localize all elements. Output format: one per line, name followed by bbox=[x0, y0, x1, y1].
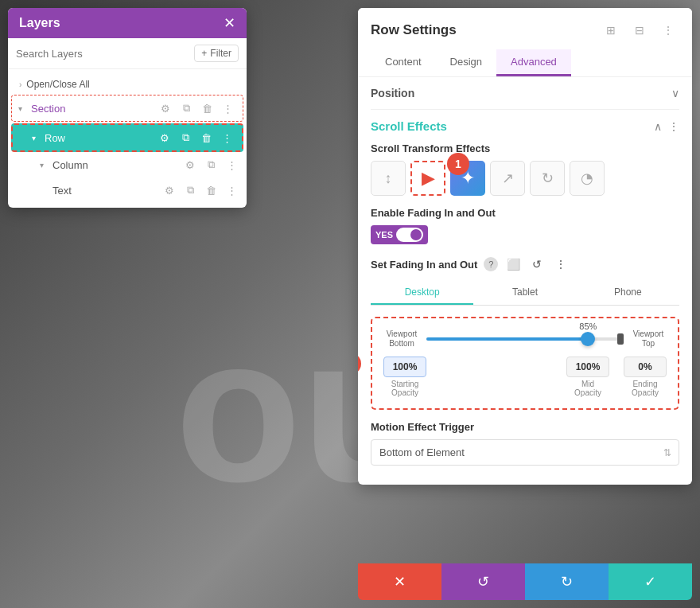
layers-title: Layers bbox=[19, 16, 60, 30]
layers-search-input[interactable] bbox=[16, 48, 188, 60]
scroll-effects-header: Scroll Effects ∧ ⋮ bbox=[371, 119, 679, 133]
device-tab-desktop[interactable]: Desktop bbox=[371, 281, 473, 305]
section-layer-icons: ⚙ ⧉ 🗑 ⋮ bbox=[157, 99, 236, 117]
set-fading-help-icon[interactable]: ? bbox=[484, 257, 498, 271]
ending-opacity-label: EndingOpacity bbox=[632, 380, 659, 397]
layers-close-button[interactable]: ✕ bbox=[224, 16, 235, 30]
scroll-effects-actions: ∧ ⋮ bbox=[654, 120, 679, 133]
redo-icon: ↻ bbox=[561, 573, 573, 590]
row-duplicate-icon[interactable]: ⧉ bbox=[177, 129, 194, 146]
confirm-button[interactable]: ✓ bbox=[609, 563, 692, 600]
step-2-badge: 2 bbox=[358, 353, 361, 375]
open-close-all-button[interactable]: › Open/Close All bbox=[8, 74, 247, 95]
opacity-transform-btn[interactable]: ◔ bbox=[570, 161, 605, 196]
starting-opacity-label: StartingOpacity bbox=[391, 380, 418, 397]
open-close-all-label: Open/Close All bbox=[26, 79, 89, 90]
row-settings-tabs: Content Design Advanced bbox=[371, 49, 679, 76]
section-duplicate-icon[interactable]: ⧉ bbox=[177, 99, 195, 117]
scroll-effects-more-icon[interactable]: ⋮ bbox=[668, 120, 679, 133]
horizontal-transform-icon: ▶ bbox=[422, 168, 435, 189]
filter-button[interactable]: + Filter bbox=[194, 45, 239, 62]
column-layer-icons: ⚙ ⧉ ⋮ bbox=[181, 156, 240, 173]
redo-button[interactable]: ↻ bbox=[525, 563, 609, 600]
row-layer-icons: ⚙ ⧉ 🗑 ⋮ bbox=[156, 129, 235, 146]
text-duplicate-icon[interactable]: ⧉ bbox=[181, 181, 199, 199]
slider-notch-right[interactable] bbox=[617, 333, 624, 345]
row-layer-name: Row bbox=[45, 132, 153, 144]
column-duplicate-icon[interactable]: ⧉ bbox=[202, 156, 220, 173]
column-view-icon[interactable]: ⊟ bbox=[628, 19, 651, 41]
ending-opacity-input[interactable] bbox=[624, 357, 667, 377]
horizontal-transform-btn[interactable]: ▶ 1 bbox=[410, 161, 445, 196]
spin-transform-icon: ↻ bbox=[542, 170, 554, 187]
column-more-icon[interactable]: ⋮ bbox=[223, 156, 240, 173]
layers-search-bar: + Filter bbox=[8, 38, 247, 69]
motion-trigger-label: Motion Effect Trigger bbox=[371, 421, 679, 433]
enable-fading-label: Enable Fading In and Out bbox=[371, 207, 679, 219]
tab-design[interactable]: Design bbox=[436, 49, 496, 76]
filter-plus-icon: + bbox=[201, 48, 207, 59]
layers-header: Layers ✕ bbox=[8, 8, 247, 38]
section-more-icon[interactable]: ⋮ bbox=[219, 99, 236, 117]
device-tab-phone[interactable]: Phone bbox=[577, 281, 679, 305]
section-delete-icon[interactable]: 🗑 bbox=[198, 99, 216, 117]
row-settings-icon[interactable]: ⚙ bbox=[156, 129, 173, 146]
rotate-transform-icon: ↗ bbox=[502, 170, 514, 187]
mid-opacity-input[interactable] bbox=[566, 357, 609, 377]
row-settings-header: Row Settings ⊞ ⊟ ⋮ Content Design Advanc… bbox=[358, 8, 692, 77]
mid-opacity-group: MidOpacity bbox=[566, 357, 609, 397]
starting-opacity-input[interactable] bbox=[383, 357, 426, 377]
fading-undo-icon[interactable]: ↺ bbox=[528, 255, 546, 273]
device-tab-tablet[interactable]: Tablet bbox=[473, 281, 576, 305]
text-delete-icon[interactable]: 🗑 bbox=[202, 181, 220, 199]
position-expand-icon: ∨ bbox=[671, 87, 679, 99]
motion-trigger-section: Motion Effect Trigger Bottom of Element … bbox=[371, 421, 679, 466]
header-more-icon[interactable]: ⋮ bbox=[657, 19, 679, 41]
row-settings-panel: Row Settings ⊞ ⊟ ⋮ Content Design Advanc… bbox=[358, 8, 692, 485]
toggle-track bbox=[396, 228, 423, 242]
vertical-transform-btn[interactable]: ↕ bbox=[371, 161, 406, 196]
row-delete-icon[interactable]: 🗑 bbox=[197, 129, 215, 146]
rotate-transform-btn[interactable]: ↗ bbox=[490, 161, 525, 196]
fading-more-icon[interactable]: ⋮ bbox=[552, 255, 570, 273]
layer-item-section[interactable]: ▾ Section ⚙ ⧉ 🗑 ⋮ bbox=[11, 95, 243, 122]
mid-opacity-label: MidOpacity bbox=[574, 380, 601, 397]
row-settings-body: Position ∨ Scroll Effects ∧ ⋮ Scroll Tra… bbox=[358, 77, 692, 485]
position-section: Position ∨ bbox=[371, 77, 679, 110]
text-more-icon[interactable]: ⋮ bbox=[223, 181, 240, 199]
filter-label: Filter bbox=[210, 48, 231, 59]
slider-percent-label: 85% bbox=[579, 322, 597, 331]
desktop-device-icon[interactable]: ⬜ bbox=[504, 255, 522, 273]
undo-button[interactable]: ↺ bbox=[441, 563, 525, 600]
motion-trigger-select[interactable]: Bottom of Element Middle of Element Top … bbox=[371, 439, 679, 466]
layer-item-column[interactable]: ▾ Column ⚙ ⧉ ⋮ bbox=[8, 152, 247, 177]
step-1-badge: 1 bbox=[447, 153, 469, 175]
opacity-transform-icon: ◔ bbox=[581, 170, 593, 187]
text-settings-icon[interactable]: ⚙ bbox=[161, 181, 178, 199]
tab-content[interactable]: Content bbox=[371, 49, 436, 76]
section-settings-icon[interactable]: ⚙ bbox=[157, 99, 174, 117]
layers-panel: Layers ✕ + Filter › Open/Close All ▾ Sec… bbox=[8, 8, 247, 208]
scroll-effects-title: Scroll Effects bbox=[371, 119, 447, 133]
toggle-yes-label: YES bbox=[375, 230, 393, 240]
viewport-slider-row: Viewport Bottom 85% Viewport Top bbox=[383, 329, 667, 349]
slider-fill bbox=[426, 337, 588, 341]
column-layer-name: Column bbox=[52, 159, 178, 171]
open-close-arrow-icon: › bbox=[19, 80, 21, 89]
toggle-fading[interactable]: YES bbox=[371, 225, 428, 244]
layer-item-text[interactable]: Text ⚙ ⧉ 🗑 ⋮ bbox=[8, 177, 247, 203]
column-settings-icon[interactable]: ⚙ bbox=[181, 156, 199, 173]
scroll-effects-collapse-icon[interactable]: ∧ bbox=[654, 120, 662, 133]
row-more-icon[interactable]: ⋮ bbox=[218, 129, 235, 146]
position-section-header[interactable]: Position ∨ bbox=[371, 87, 679, 99]
spin-transform-btn[interactable]: ↻ bbox=[530, 161, 565, 196]
fullscreen-icon[interactable]: ⊞ bbox=[600, 19, 622, 41]
position-section-title: Position bbox=[371, 87, 414, 99]
column-expand-icon: ▾ bbox=[40, 161, 49, 170]
layer-item-row[interactable]: ▾ Row ⚙ ⧉ 🗑 ⋮ bbox=[11, 123, 243, 152]
cancel-button[interactable]: ✕ bbox=[358, 563, 441, 600]
slider-thumb[interactable] bbox=[581, 332, 595, 346]
viewport-slider-track[interactable]: 85% bbox=[426, 337, 624, 341]
tab-advanced[interactable]: Advanced bbox=[496, 49, 571, 76]
row-settings-header-icons: ⊞ ⊟ ⋮ bbox=[600, 19, 679, 41]
